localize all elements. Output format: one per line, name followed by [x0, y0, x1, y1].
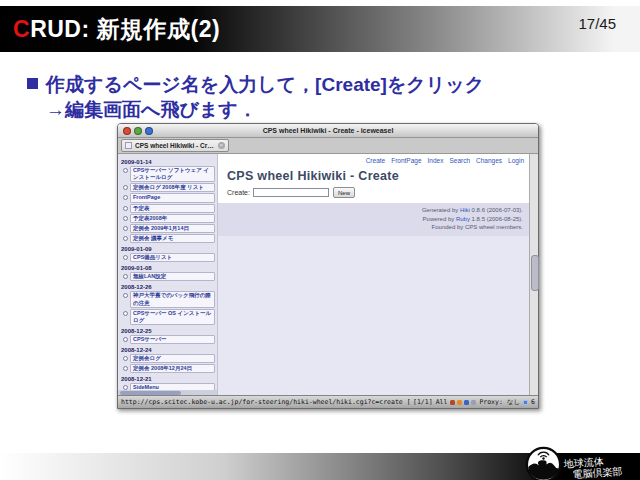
create-input[interactable]	[253, 188, 329, 197]
slide-title-bar: CRUD: 新規作成(2) 17/45	[0, 6, 640, 52]
bullet-line-1: 作成するページ名を入力して，[Create]をクリック	[27, 72, 613, 97]
sidebar-date-heading: 2008-12-26	[121, 284, 215, 290]
footer-text: 0.8.6 (2006-07-03).	[470, 207, 523, 213]
sidebar-date-heading: 2008-12-24	[121, 347, 215, 353]
proxy-status: Proxy: なし	[479, 398, 520, 407]
sidebar-page-link[interactable]: 予定表	[121, 204, 215, 213]
scrapbook-icon[interactable]	[457, 400, 462, 405]
wiki-nav: CreateFrontPageIndexSearchChangesLogin	[218, 154, 529, 166]
vertical-scrollbar[interactable]	[529, 154, 538, 395]
sidebar-page-link[interactable]: 神戸大学裏でのバック飛行の際の注意	[121, 291, 215, 307]
sidebar-page-link-label: 無線LAN設定	[130, 272, 215, 281]
tab-close-icon[interactable]: ×	[218, 142, 225, 149]
create-form: Create: New	[227, 187, 529, 198]
horizontal-scrollbar[interactable]	[118, 390, 217, 395]
nav-link-search[interactable]: Search	[449, 157, 470, 164]
sidebar-page-link-label: 定例会 議事メモ	[130, 234, 215, 243]
list-bullet-icon	[123, 293, 128, 298]
statusbar-icons	[450, 400, 476, 405]
footer-text: Generated by	[422, 207, 460, 213]
wiki-page-top: CreateFrontPageIndexSearchChangesLogin C…	[218, 154, 529, 203]
window-title: CPS wheel Hikiwiki - Create - iceweasel	[118, 127, 538, 134]
tab-bar: CPS wheel Hikiwiki - Cr… ×	[118, 138, 538, 154]
dennou-club-wave-logo-icon	[525, 446, 562, 480]
flag-icon[interactable]	[464, 400, 469, 405]
bullet-text-line2: →編集画面へ飛びます．	[27, 97, 613, 122]
status-bar: http://cps.scitec.kobe-u.ac.jp/for-steer…	[118, 395, 538, 408]
nav-link-frontpage[interactable]: FrontPage	[391, 157, 421, 164]
nav-link-login[interactable]: Login	[508, 157, 524, 164]
sidebar-page-link-label: CPSサーバー OS インストールログ	[130, 309, 215, 325]
sidebar-page-link[interactable]: CPSサーバー OS インストールログ	[121, 309, 215, 325]
footer-link[interactable]: Ruby	[456, 216, 470, 222]
list-bullet-icon	[123, 185, 128, 190]
footer-credit-line: Powered by Ruby 1.8.5 (2006-08-25).	[224, 215, 523, 224]
sidebar-page-link-label: CPSサーバー	[130, 335, 215, 344]
title-first-letter: C	[13, 16, 30, 42]
sidebar-page-link[interactable]: CPS備品リスト	[121, 253, 215, 262]
sidebar-page-link[interactable]: 定例会ログ	[121, 354, 215, 363]
sidebar-page-link-label: 神戸大学裏でのバック飛行の際の注意	[130, 291, 215, 307]
sidebar-date-heading: 2008-12-25	[121, 328, 215, 334]
sidebar-page-link[interactable]: FrontPage	[121, 193, 215, 202]
slide-title: CRUD: 新規作成(2)	[13, 14, 220, 45]
wiki-page-title: CPS wheel Hikiwiki - Create	[227, 169, 529, 183]
slide-footer-bar: 地球流体 電脳倶楽部	[0, 453, 640, 480]
bullet-square-icon	[27, 78, 38, 89]
sidebar-page-link[interactable]: 定例会 2008年12月24日	[121, 364, 215, 373]
favicon-placeholder-icon	[125, 142, 132, 149]
list-bullet-icon	[123, 337, 128, 342]
list-bullet-icon	[123, 356, 128, 361]
sidebar-date-heading: 2008-12-21	[121, 376, 215, 382]
vertical-scrollbar-thumb[interactable]	[531, 255, 539, 291]
list-bullet-icon	[123, 195, 128, 200]
sidebar-page-link[interactable]: 定例会ログ 2008年度 リスト	[121, 183, 215, 192]
statusbar-scroll-position: All	[436, 398, 448, 406]
sidebar-page-link[interactable]: CPSサーバー	[121, 335, 215, 344]
nav-link-changes[interactable]: Changes	[476, 157, 502, 164]
statusbar-count: 6	[531, 398, 535, 406]
list-bullet-icon	[123, 274, 128, 279]
new-button[interactable]: New	[333, 187, 355, 198]
list-bullet-icon	[123, 226, 128, 231]
wiki-main: CreateFrontPageIndexSearchChangesLogin C…	[218, 154, 529, 395]
wiki-footer-text: Generated by Hiki 0.8.6 (2006-07-03).Pow…	[218, 203, 529, 236]
sidebar-page-link-label: CPS備品リスト	[130, 253, 215, 262]
sidebar-date-heading: 2009-01-08	[121, 265, 215, 271]
list-bullet-icon	[123, 206, 128, 211]
footer-credit-line: Founded by CPS wheel members.	[224, 223, 523, 232]
browser-tab[interactable]: CPS wheel Hikiwiki - Cr… ×	[121, 139, 229, 152]
sidebar-page-link-label: 予定表2008年	[130, 214, 215, 223]
footer-text: Founded by CPS wheel members.	[432, 224, 523, 230]
sidebar-date-heading: 2009-01-09	[121, 246, 215, 252]
list-bullet-icon	[123, 255, 128, 260]
sidebar-page-link-label: 定例会 2009年1月14日	[130, 224, 215, 233]
sidebar-page-link[interactable]: CPSサーバー ソフトウェア インストールログ	[121, 166, 215, 182]
page-body-empty	[218, 236, 529, 395]
list-bullet-icon	[123, 236, 128, 241]
sidebar-date-heading: 2009-01-14	[121, 159, 215, 165]
proxy-doc-icon[interactable]	[523, 400, 528, 405]
sidebar-page-link-label: 予定表	[130, 204, 215, 213]
footer-text: 1.8.5 (2006-08-25).	[470, 216, 523, 222]
footer-link[interactable]: Hiki	[460, 207, 470, 213]
sidebar-page-link[interactable]: 予定表2008年	[121, 214, 215, 223]
hand-icon[interactable]	[450, 400, 455, 405]
horizontal-scrollbar-thumb[interactable]	[120, 391, 181, 395]
statusbar-buffer-indicator: [1/1]	[413, 398, 433, 406]
tab-label: CPS wheel Hikiwiki - Cr…	[135, 142, 214, 149]
create-label: Create:	[227, 189, 250, 196]
feed-icon[interactable]	[471, 400, 476, 405]
nav-link-index[interactable]: Index	[428, 157, 444, 164]
sidebar-page-link[interactable]: 定例会 議事メモ	[121, 234, 215, 243]
sidebar-page-link-label: 定例会ログ 2008年度 リスト	[130, 183, 215, 192]
browser-title-bar[interactable]: CPS wheel Hikiwiki - Create - iceweasel	[118, 124, 538, 138]
sidebar-page-link[interactable]: 無線LAN設定	[121, 272, 215, 281]
footer-credit-line: Generated by Hiki 0.8.6 (2006-07-03).	[224, 206, 523, 215]
dennou-club-logo-text: 地球流体 電脳倶楽部	[563, 453, 638, 480]
page-number: 17/45	[578, 15, 616, 32]
sidebar-page-link-label: 定例会ログ	[130, 354, 215, 363]
list-bullet-icon	[123, 216, 128, 221]
sidebar-page-link[interactable]: 定例会 2009年1月14日	[121, 224, 215, 233]
nav-link-create[interactable]: Create	[366, 157, 386, 164]
